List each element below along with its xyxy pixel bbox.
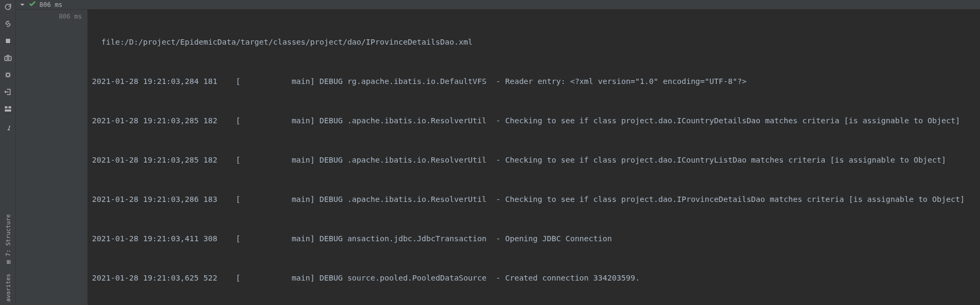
content-row: 806 ms file:/D:/project/EpidemicData/tar… [16, 10, 980, 305]
structure-icon: ▤ [5, 258, 12, 265]
vertical-tab-bar: ▤ 7: Structure avorites [0, 211, 16, 305]
test-tree-panel[interactable]: 806 ms [16, 10, 88, 305]
exit-icon[interactable] [3, 87, 13, 97]
test-results-bar: 806 ms [16, 0, 980, 10]
structure-tab-label: 7: Structure [5, 214, 12, 256]
log-line: 2021-01-28 19:21:03,625 522 [ main] DEBU… [92, 272, 976, 285]
collapse-toggle[interactable] [19, 2, 26, 8]
main-area: 806 ms 806 ms file:/D:/project/EpidemicD… [16, 0, 980, 305]
svg-point-2 [7, 57, 9, 60]
console-output[interactable]: file:/D:/project/EpidemicData/target/cla… [88, 10, 980, 305]
log-line: 2021-01-28 19:21:03,285 182 [ main] DEBU… [92, 154, 976, 167]
log-line: 2021-01-28 19:21:03,411 308 [ main] DEBU… [92, 232, 976, 245]
pin-icon[interactable] [3, 123, 13, 133]
log-line: 2021-01-28 19:21:03,285 182 [ main] DEBU… [92, 114, 976, 128]
test-duration: 806 ms [39, 1, 62, 9]
log-line: file:/D:/project/EpidemicData/target/cla… [92, 36, 976, 49]
tree-duration: 806 ms [18, 12, 85, 21]
structure-tab[interactable]: ▤ 7: Structure [4, 211, 13, 268]
svg-rect-4 [5, 106, 7, 108]
favorites-tab[interactable]: avorites [4, 270, 13, 305]
tool-window-rail: ▤ 7: Structure avorites [0, 0, 16, 305]
log-line: 2021-01-28 19:21:03,286 183 [ main] DEBU… [92, 193, 976, 206]
svg-rect-0 [6, 39, 10, 43]
test-pass-icon [29, 0, 36, 9]
log-line: 2021-01-28 19:21:03,284 181 [ main] DEBU… [92, 75, 976, 88]
layout-icon[interactable] [3, 104, 13, 114]
favorites-tab-label: avorites [5, 274, 12, 302]
camera-icon[interactable] [3, 53, 13, 63]
svg-rect-6 [5, 109, 11, 112]
rerun-icon[interactable] [3, 2, 13, 12]
link-icon[interactable] [3, 19, 13, 29]
svg-rect-5 [9, 106, 11, 108]
stop-icon[interactable] [3, 36, 13, 46]
bug-icon[interactable] [3, 70, 13, 80]
svg-rect-1 [5, 56, 11, 61]
